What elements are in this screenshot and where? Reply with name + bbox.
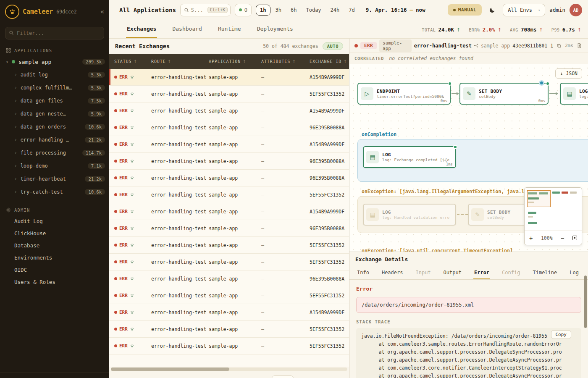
sidebar-route-item[interactable]: › error-handling-… 21.2k — [0, 133, 109, 146]
main-tab[interactable]: Exchanges — [126, 26, 157, 38]
table-row[interactable]: ERR error-handling-test sample-app — A15… — [109, 304, 349, 321]
table-row[interactable]: ERR error-handling-test sample-app — 5EF… — [109, 321, 349, 338]
table-row[interactable]: ERR error-handling-test sample-app — 96E… — [109, 220, 349, 237]
table-row[interactable]: ERR error-handling-test sample-app — A15… — [109, 203, 349, 220]
time-range-button[interactable]: 24h — [326, 5, 344, 16]
api-docs-link[interactable]: API Docs — [0, 373, 109, 378]
node-duration: 0ms — [538, 99, 545, 103]
sidebar-admin-item[interactable]: Database — [0, 239, 109, 252]
prev-page-button[interactable]: ‹ — [298, 376, 309, 378]
table-row[interactable]: ERR error-handling-test sample-app — 5EF… — [109, 237, 349, 254]
column-header[interactable]: ATTRIBUTES ↕ — [261, 59, 310, 64]
log-icon: ▤ — [366, 151, 379, 163]
table-row[interactable]: ERR error-handling-test sample-app — 96E… — [109, 170, 349, 186]
detail-tab[interactable]: Output — [443, 266, 462, 279]
time-range-button[interactable]: Today — [302, 5, 325, 16]
flow-node-endpoint[interactable]: ▷ ENDPOINT timer:errorTest?period=5000&d… — [357, 83, 451, 105]
flow-node-completion-log[interactable]: ▤ LOG log: Exchange completed [${exchan … — [363, 146, 456, 168]
column-header[interactable]: APPLICATION ↕ — [209, 59, 261, 64]
sort-icon: ↕ — [134, 59, 137, 63]
table-row[interactable]: ERR error-handling-test sample-app — 96E… — [109, 119, 349, 136]
detail-tab[interactable]: Info — [356, 266, 370, 279]
auto-refresh-badge[interactable]: AUTO — [323, 42, 343, 50]
route-cell: error-handling-test — [151, 108, 209, 114]
time-range-button[interactable]: 1h — [256, 5, 270, 16]
main-tab[interactable]: Runtime — [217, 26, 242, 38]
status-cell: ERR — [114, 293, 151, 298]
flow-node-exception-log[interactable]: ▤ LOG log: Handled validation error: ${e… — [363, 204, 456, 226]
column-header[interactable]: ROUTE ↕ — [151, 59, 209, 64]
vertical-scrollbar-thumb[interactable] — [584, 276, 587, 328]
column-header[interactable]: STATUS ↕ — [114, 59, 151, 64]
sidebar-route-item[interactable]: › try-catch-test 10.6k — [0, 185, 109, 198]
table-row[interactable]: ERR error-handling-test sample-app — 96E… — [109, 270, 349, 287]
sidebar-route-item[interactable]: › data-gen-neste… 5.9k — [0, 107, 109, 120]
sidebar-route-item[interactable]: › audit-log 5.3k — [0, 68, 109, 81]
admin-section-label: ADMIN — [14, 207, 30, 213]
detail-tab[interactable]: Config — [501, 266, 521, 279]
global-search[interactable]: Ctrl+K — [180, 4, 231, 16]
route-name: data-gen-neste… — [21, 111, 66, 117]
scrollbar-thumb[interactable] — [111, 368, 229, 371]
time-range-button[interactable]: 7d — [344, 5, 359, 16]
route-flow-canvas[interactable]: ↓ JSON ▷ ENDPOINT timer:errorTest?period… — [349, 64, 588, 252]
flow-node-set-body[interactable]: ✎ SET BODY setBody 0ms — [459, 83, 549, 105]
column-header[interactable]: EXCHANGE ID ↕ — [310, 59, 349, 64]
user-avatar[interactable]: AD — [570, 4, 582, 16]
copy-stack-button[interactable]: Copy — [551, 330, 572, 339]
table-row[interactable]: ERR error-handling-test sample-app — A15… — [109, 69, 349, 86]
main-tab[interactable]: Deployments — [256, 26, 294, 38]
time-range-button[interactable]: 6h — [286, 5, 301, 16]
table-row[interactable]: ERR error-handling-test sample-app — 96E… — [109, 153, 349, 170]
environment-select[interactable]: All Envs ▾ — [503, 4, 545, 16]
copy-id-button[interactable] — [556, 42, 562, 49]
sidebar-admin-item[interactable]: ClickHouse — [0, 227, 109, 239]
detail-tab[interactable]: Log — [569, 266, 580, 279]
filter-input[interactable] — [5, 27, 104, 39]
sidebar-route-item[interactable]: › data-gen-files 7.5k — [0, 94, 109, 107]
chevron-right-icon: › — [14, 176, 17, 181]
fit-view-button[interactable] — [572, 235, 577, 242]
detail-tab[interactable]: Error — [473, 266, 490, 279]
sidebar-route-item[interactable]: › loop-demo 7.1k — [0, 159, 109, 172]
sidebar-route-item[interactable]: › file-processing 114.7k — [0, 146, 109, 159]
detail-tab[interactable]: Timeline — [532, 266, 558, 279]
sidebar-admin-item[interactable]: OIDC — [0, 264, 109, 276]
manual-mode-button[interactable]: MANUAL — [448, 4, 482, 16]
admin-section-header: ADMIN — [0, 205, 109, 215]
sidebar-collapse-button[interactable]: « — [100, 8, 104, 16]
flow-node-log[interactable]: ▤ LOG log: Sta — [560, 83, 588, 105]
zoom-out-button[interactable]: − — [561, 235, 564, 242]
sidebar-route-item[interactable]: › timer-heartbeat 21.2k — [0, 172, 109, 185]
table-row[interactable]: ERR error-handling-test sample-app — A15… — [109, 136, 349, 153]
zoom-in-button[interactable]: + — [529, 235, 533, 242]
detail-tab[interactable]: Input — [415, 266, 431, 279]
sidebar-route-item[interactable]: › data-gen-orders 10.6k — [0, 120, 109, 133]
table-row[interactable]: ERR error-handling-test sample-app — 5EF… — [109, 86, 349, 102]
open-log-button[interactable] — [576, 42, 583, 49]
sidebar-admin-item[interactable]: Audit Log — [0, 215, 109, 227]
table-row[interactable]: ERR error-handling-test sample-app — 5EF… — [109, 287, 349, 304]
main-tab[interactable]: Dashboard — [171, 26, 202, 38]
next-page-button[interactable]: › — [332, 376, 343, 378]
sidebar-admin-item[interactable]: Users & Roles — [0, 276, 109, 288]
sidebar-admin-item[interactable]: Environments — [0, 252, 109, 264]
table-row[interactable]: ERR error-handling-test sample-app — 5EF… — [109, 186, 349, 203]
sidebar-item-sample-app[interactable]: ▾ sample app 209.3k — [0, 55, 109, 68]
table-row[interactable]: ERR error-handling-test sample-app — 5EF… — [109, 254, 349, 270]
correlated-strip: CORRELATED no correlated exchanges found — [349, 52, 588, 64]
rows-per-page-select[interactable]: 25 ▾ — [272, 375, 294, 378]
live-toggle[interactable]: O — [235, 4, 252, 16]
minimap-viewport[interactable] — [527, 190, 551, 207]
sidebar-route-item[interactable]: › complex-fulfillm… 5.3k — [0, 81, 109, 94]
sidebar: Cameleer 69dcce2 « APPLICATIONS ▾ sample… — [0, 0, 109, 378]
download-json-button[interactable]: ↓ JSON — [555, 68, 582, 79]
search-input[interactable] — [191, 7, 205, 13]
dark-mode-toggle[interactable] — [486, 4, 499, 16]
route-cell: error-handling-test — [151, 158, 209, 164]
detail-tab[interactable]: Headers — [381, 266, 404, 279]
table-row[interactable]: ERR error-handling-test sample-app — A15… — [109, 102, 349, 119]
table-row[interactable]: ERR error-handling-test sample-app — 5EF… — [109, 338, 349, 354]
moon-icon — [489, 7, 496, 13]
time-range-button[interactable]: 3h — [271, 5, 286, 16]
